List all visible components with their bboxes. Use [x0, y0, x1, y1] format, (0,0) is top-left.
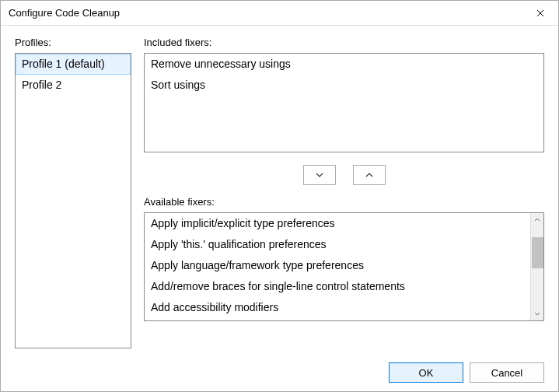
- scroll-track[interactable]: [531, 226, 543, 307]
- close-icon: [536, 9, 544, 17]
- available-fixer-item[interactable]: Apply 'this.' qualification preferences: [145, 234, 530, 255]
- profiles-column: Profiles: Profile 1 (default)Profile 2: [15, 37, 131, 354]
- caret-down-icon: [534, 312, 540, 316]
- profiles-list[interactable]: Profile 1 (default)Profile 2: [15, 53, 131, 348]
- fixers-column: Included fixers: Remove unnecessary usin…: [144, 37, 544, 354]
- cancel-button[interactable]: Cancel: [470, 362, 544, 383]
- close-button[interactable]: [522, 1, 558, 25]
- ok-button[interactable]: OK: [389, 362, 463, 383]
- available-fixer-item[interactable]: Apply language/framework type preference…: [145, 255, 530, 276]
- move-down-button[interactable]: [303, 165, 336, 185]
- window-title: Configure Code Cleanup: [9, 7, 120, 19]
- available-fixer-item[interactable]: Apply implicit/explicit type preferences: [145, 213, 530, 234]
- included-fixers-label: Included fixers:: [144, 37, 544, 48]
- chevron-down-icon: [316, 173, 323, 177]
- available-fixers-list[interactable]: Apply implicit/explicit type preferences…: [144, 212, 544, 321]
- dialog-content: Profiles: Profile 1 (default)Profile 2 I…: [1, 26, 558, 354]
- profile-item[interactable]: Profile 1 (default): [16, 54, 131, 75]
- dialog-footer: OK Cancel: [1, 354, 558, 391]
- move-buttons-row: [144, 165, 544, 185]
- chevron-up-icon: [365, 173, 373, 177]
- scroll-thumb[interactable]: [532, 237, 543, 268]
- dialog-window: Configure Code Cleanup Profiles: Profile…: [0, 0, 559, 392]
- available-scrollbar[interactable]: [530, 213, 543, 320]
- available-fixers-label: Available fixers:: [144, 196, 544, 208]
- profile-item[interactable]: Profile 2: [16, 75, 131, 96]
- scroll-up-arrow[interactable]: [531, 213, 543, 226]
- titlebar: Configure Code Cleanup: [1, 1, 558, 26]
- available-fixer-item[interactable]: Add/remove braces for single-line contro…: [145, 276, 530, 297]
- move-up-button[interactable]: [353, 165, 386, 185]
- included-fixer-item[interactable]: Remove unnecessary usings: [145, 54, 543, 75]
- caret-up-icon: [534, 218, 540, 222]
- scroll-down-arrow[interactable]: [531, 307, 543, 320]
- profiles-label: Profiles:: [15, 37, 131, 48]
- available-fixer-item[interactable]: Add accessibility modifiers: [145, 297, 530, 318]
- included-fixer-item[interactable]: Sort usings: [145, 75, 543, 96]
- included-fixers-list[interactable]: Remove unnecessary usingsSort usings: [144, 53, 544, 152]
